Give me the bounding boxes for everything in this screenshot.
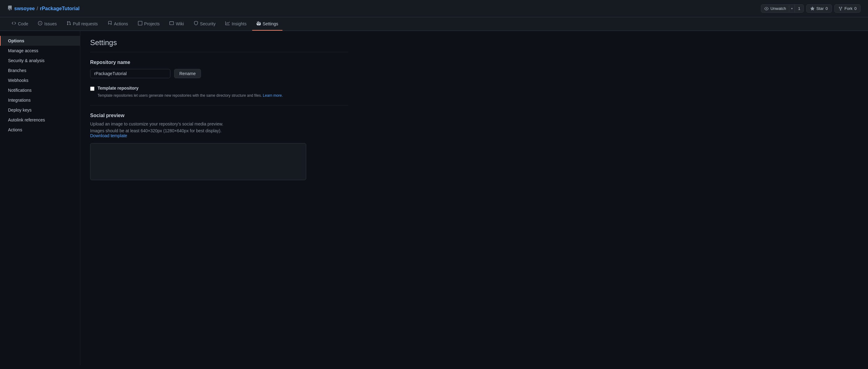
sidebar-item-webhooks[interactable]: Webhooks (0, 76, 80, 85)
sidebar-item-actions[interactable]: Actions (0, 125, 80, 135)
repo-identity: swsoyee / rPackageTutorial (7, 5, 80, 12)
main-layout: Options Manage access Security & analysi… (0, 31, 868, 365)
social-preview-box (90, 143, 306, 180)
repo-name-section: Repository name Rename (90, 60, 348, 78)
tab-projects[interactable]: Projects (134, 17, 164, 31)
watch-label: Unwatch (771, 6, 786, 11)
topbar-actions: Unwatch ▾ 1 Star 0 Fork 0 (761, 4, 861, 13)
topbar: swsoyee / rPackageTutorial Unwatch ▾ 1 S… (0, 0, 868, 17)
insights-icon (225, 21, 230, 26)
rename-button[interactable]: Rename (174, 69, 201, 78)
security-icon (194, 21, 198, 26)
repo-name[interactable]: rPackageTutorial (40, 6, 80, 11)
nav-tabs: Code Issues Pull requests Actions Projec… (0, 17, 868, 31)
fork-count: 0 (855, 6, 857, 11)
star-label: Star (816, 6, 824, 11)
settings-content: Settings Repository name Rename Template… (80, 31, 358, 365)
pull-requests-icon (67, 21, 71, 26)
template-repo-learn-more[interactable]: Learn more. (263, 93, 283, 98)
sidebar-item-integrations[interactable]: Integrations (0, 95, 80, 105)
social-preview-desc: Upload an image to customize your reposi… (90, 121, 348, 126)
repo-owner[interactable]: swsoyee (14, 6, 35, 11)
download-template-link[interactable]: Download template (90, 133, 127, 138)
tab-actions[interactable]: Actions (103, 17, 132, 31)
tab-insights[interactable]: Insights (221, 17, 251, 31)
repo-name-row: Rename (90, 69, 348, 78)
code-icon (12, 21, 16, 26)
sidebar-item-security-analysis[interactable]: Security & analysis (0, 56, 80, 65)
repo-slash: / (37, 6, 38, 11)
fork-label: Fork (844, 6, 852, 11)
sidebar: Options Manage access Security & analysi… (0, 31, 80, 365)
watch-button[interactable]: Unwatch ▾ 1 (761, 4, 804, 13)
page-title: Settings (90, 38, 348, 52)
sidebar-item-autolink-references[interactable]: Autolink references (0, 115, 80, 125)
watch-count: 1 (795, 5, 803, 12)
star-count: 0 (826, 6, 828, 11)
issues-icon (38, 21, 42, 26)
template-repo-label: Template repository (97, 86, 138, 90)
fork-button[interactable]: Fork 0 (834, 4, 861, 13)
wiki-icon (169, 21, 174, 26)
social-preview-section: Social preview Upload an image to custom… (90, 113, 348, 180)
tab-issues[interactable]: Issues (34, 17, 61, 31)
template-repo-row: Template repository (90, 86, 348, 91)
sidebar-item-notifications[interactable]: Notifications (0, 85, 80, 95)
tab-wiki[interactable]: Wiki (165, 17, 188, 31)
actions-icon (108, 21, 112, 26)
projects-icon (138, 21, 142, 26)
repo-name-label: Repository name (90, 60, 348, 65)
repo-icon (7, 5, 12, 12)
tab-settings[interactable]: Settings (252, 17, 283, 31)
sidebar-item-options[interactable]: Options (0, 36, 80, 46)
star-button[interactable]: Star 0 (806, 4, 832, 13)
social-preview-title: Social preview (90, 113, 348, 118)
social-preview-sub: Images should be at least 640×320px (128… (90, 128, 348, 138)
tab-pull-requests[interactable]: Pull requests (62, 17, 102, 31)
template-repo-desc: Template repositories let users generate… (97, 93, 348, 98)
tab-security[interactable]: Security (189, 17, 220, 31)
settings-icon (256, 21, 261, 26)
sidebar-item-deploy-keys[interactable]: Deploy keys (0, 105, 80, 115)
sidebar-item-branches[interactable]: Branches (0, 65, 80, 76)
watch-dropdown-icon[interactable]: ▾ (789, 5, 795, 12)
tab-code[interactable]: Code (7, 17, 32, 31)
repo-name-input[interactable] (90, 69, 170, 78)
template-repo-checkbox[interactable] (90, 87, 94, 91)
sidebar-item-manage-access[interactable]: Manage access (0, 46, 80, 56)
